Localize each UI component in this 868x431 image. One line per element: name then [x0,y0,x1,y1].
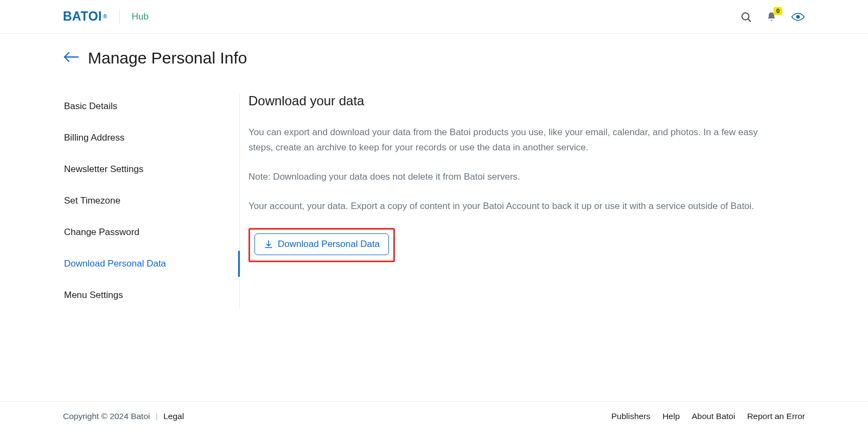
sidebar-item-basic-details[interactable]: Basic Details [63,93,234,119]
logo-text: BATOI [63,9,102,24]
notifications-icon[interactable]: 0 [766,11,777,22]
sidebar-item-menu-settings[interactable]: Menu Settings [63,282,234,308]
brand-logo[interactable]: BATOI® [63,9,107,24]
content-paragraph-3: Your account, your data. Export a copy o… [248,199,783,214]
sidebar-item-label: Menu Settings [64,290,123,300]
sidebar-item-change-password[interactable]: Change Password [63,219,234,245]
sidebar-item-billing-address[interactable]: Billing Address [63,125,234,151]
hub-label[interactable]: Hub [132,11,149,22]
svg-line-1 [748,19,750,21]
page-title: Manage Personal Info [88,49,247,67]
sidebar-item-set-timezone[interactable]: Set Timezone [63,188,234,214]
back-arrow-icon[interactable] [63,52,79,65]
content-heading: Download your data [248,93,783,109]
sidebar-item-label: Newsletter Settings [64,164,143,174]
download-personal-data-button[interactable]: Download Personal Data [254,233,389,255]
search-icon[interactable] [740,11,752,23]
page-head: Manage Personal Info [63,49,783,67]
sidebar: Basic Details Billing Address Newsletter… [63,93,240,308]
notification-badge: 0 [774,7,782,15]
sidebar-item-label: Change Password [64,227,139,237]
content-paragraph-2: Note: Downloading your data does not del… [248,169,783,185]
sidebar-item-label: Set Timezone [64,195,120,206]
topbar-right: 0 [740,11,805,23]
topbar: BATOI® Hub 0 [0,0,868,34]
page-container: Manage Personal Info Basic Details Billi… [0,34,846,330]
logo-registered: ® [103,14,107,20]
highlight-annotation: Download Personal Data [248,228,395,262]
topbar-left: BATOI® Hub [63,9,149,24]
main-layout: Basic Details Billing Address Newsletter… [63,93,783,308]
visibility-icon[interactable] [791,12,805,22]
sidebar-item-label: Basic Details [64,101,117,111]
sidebar-item-label: Billing Address [64,132,125,143]
sidebar-item-label: Download Personal Data [64,258,166,269]
content-paragraph-1: You can export and download your data fr… [248,125,783,155]
content-panel: Download your data You can export and do… [240,93,783,308]
download-button-label: Download Personal Data [278,239,380,250]
sidebar-item-newsletter-settings[interactable]: Newsletter Settings [63,156,234,182]
svg-point-2 [796,15,800,18]
download-icon [264,239,273,249]
sidebar-item-download-personal-data[interactable]: Download Personal Data [63,251,234,277]
logo-divider [119,9,120,24]
